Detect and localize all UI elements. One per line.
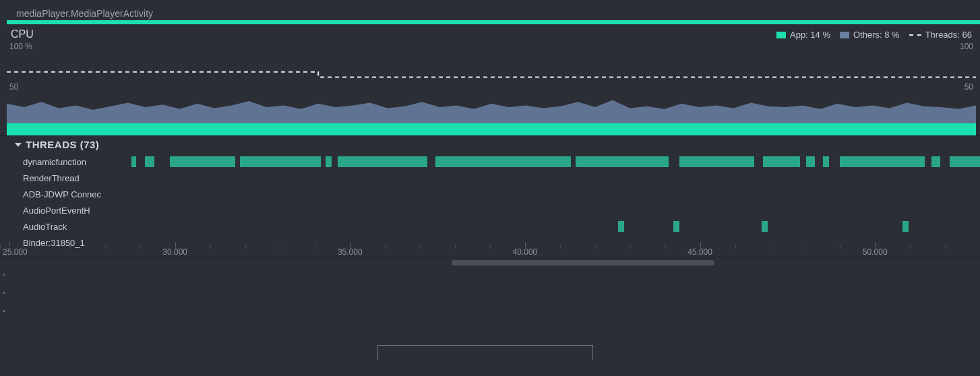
cpu-legend: App: 14 % Others: 8 % Threads: 66 bbox=[776, 30, 972, 40]
thread-activity-segment[interactable] bbox=[618, 221, 624, 232]
thread-activity-segment[interactable] bbox=[576, 156, 669, 167]
left-gutter-dots bbox=[3, 257, 5, 312]
thread-activity-segment[interactable] bbox=[950, 156, 980, 167]
time-tick: 25.000 bbox=[9, 243, 34, 257]
thread-label: RenderThread bbox=[0, 173, 125, 183]
thread-track[interactable] bbox=[125, 203, 980, 217]
thread-track[interactable] bbox=[125, 220, 980, 233]
activity-title: mediaPlayer.MediaPlayerActivity bbox=[16, 8, 153, 19]
thread-activity-segment[interactable] bbox=[673, 221, 679, 232]
legend-others: Others: 8 % bbox=[840, 30, 900, 40]
details-area bbox=[0, 257, 980, 360]
swatch-threads-icon bbox=[909, 34, 921, 36]
threads-panel: THREADS (73) dynamicfunctionRenderThread… bbox=[0, 136, 980, 257]
thread-activity-segment[interactable] bbox=[338, 156, 428, 167]
thread-activity-segment[interactable] bbox=[131, 156, 136, 167]
thread-activity-segment[interactable] bbox=[170, 156, 235, 167]
thread-activity-segment[interactable] bbox=[902, 221, 909, 232]
thread-row[interactable]: RenderThread bbox=[0, 170, 980, 186]
swatch-others-icon bbox=[840, 32, 849, 38]
thread-row[interactable]: AudioPortEventH bbox=[0, 202, 980, 218]
thread-activity-segment[interactable] bbox=[840, 156, 925, 167]
thread-activity-segment[interactable] bbox=[806, 156, 816, 167]
horizontal-scrollbar[interactable] bbox=[452, 260, 714, 265]
time-tick: 40.000 bbox=[525, 243, 550, 257]
thread-row[interactable]: AudioTrack bbox=[0, 218, 980, 234]
thread-activity-segment[interactable] bbox=[326, 156, 332, 167]
activity-title-bar: mediaPlayer.MediaPlayerActivity bbox=[0, 0, 980, 20]
thread-label: dynamicfunction bbox=[0, 157, 125, 167]
thread-activity-segment[interactable] bbox=[435, 156, 572, 167]
thread-activity-segment[interactable] bbox=[145, 156, 154, 167]
threads-header-label: THREADS (73) bbox=[26, 139, 99, 150]
time-axis: 25.00030.00035.00040.00045.00050.000 bbox=[0, 245, 980, 257]
time-tick: 50.000 bbox=[875, 243, 900, 257]
cpu-chart[interactable] bbox=[7, 47, 976, 135]
legend-others-label: Others: 8 % bbox=[853, 30, 900, 40]
thread-label: AudioTrack bbox=[0, 222, 125, 232]
chevron-down-icon bbox=[15, 143, 22, 147]
thread-activity-segment[interactable] bbox=[763, 156, 799, 167]
thread-row[interactable]: ADB-JDWP Connec bbox=[0, 186, 980, 202]
thread-row[interactable]: dynamicfunction bbox=[0, 154, 980, 170]
threads-header[interactable]: THREADS (73) bbox=[0, 136, 980, 153]
cpu-panel: CPU 100 % 50 100 50 App: 14 % Others: 8 … bbox=[0, 24, 980, 136]
thread-track[interactable] bbox=[125, 171, 980, 185]
thread-activity-segment[interactable] bbox=[240, 156, 321, 167]
legend-threads-label: Threads: 66 bbox=[925, 30, 972, 40]
time-tick: 35.000 bbox=[350, 243, 375, 257]
thread-track[interactable] bbox=[125, 155, 980, 168]
thread-label: ADB-JDWP Connec bbox=[0, 189, 125, 199]
time-tick: 30.000 bbox=[175, 243, 200, 257]
thread-activity-segment[interactable] bbox=[931, 156, 941, 167]
thread-track[interactable] bbox=[125, 187, 980, 201]
legend-app: App: 14 % bbox=[776, 30, 830, 40]
swatch-app-icon bbox=[776, 32, 786, 38]
cpu-title: CPU bbox=[11, 28, 34, 40]
time-tick: 45.000 bbox=[700, 243, 725, 257]
thread-activity-segment[interactable] bbox=[762, 221, 768, 232]
thread-label: AudioPortEventH bbox=[0, 206, 125, 216]
selection-handle[interactable] bbox=[377, 345, 593, 360]
legend-threads: Threads: 66 bbox=[909, 30, 972, 40]
thread-activity-segment[interactable] bbox=[823, 156, 829, 167]
legend-app-label: App: 14 % bbox=[790, 30, 830, 40]
thread-activity-segment[interactable] bbox=[679, 156, 754, 167]
thread-rows: dynamicfunctionRenderThreadADB-JDWP Conn… bbox=[0, 154, 980, 245]
